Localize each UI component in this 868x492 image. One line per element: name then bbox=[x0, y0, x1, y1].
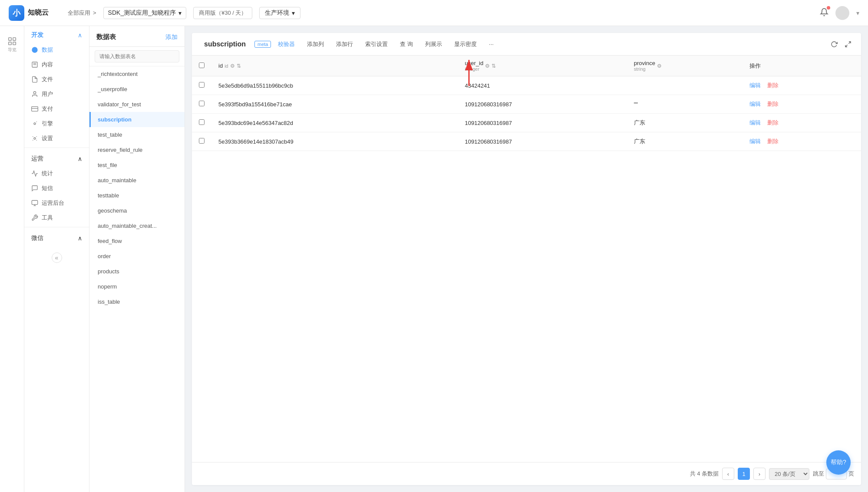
validator-tab[interactable]: 校验器 bbox=[273, 38, 300, 51]
table-item[interactable]: noperm bbox=[89, 279, 185, 294]
row-checkbox[interactable] bbox=[199, 119, 205, 125]
row-checkbox[interactable] bbox=[199, 101, 205, 106]
sidebar-item-user[interactable]: 用户 bbox=[24, 87, 89, 102]
col-user-id-sort-icon[interactable]: ⇅ bbox=[492, 63, 496, 69]
table-sidebar-header: 数据表 添加 bbox=[89, 26, 185, 47]
cell-id: 5e3e5db6d9a15511b96bc9cb bbox=[211, 76, 458, 95]
col-province-label: province bbox=[634, 60, 655, 66]
table-item[interactable]: _richtextcontent bbox=[89, 66, 185, 82]
table-item[interactable]: order bbox=[89, 249, 185, 264]
wechat-section-header: 微信 ∧ bbox=[24, 229, 89, 246]
env-label: 生产环境 bbox=[265, 9, 289, 17]
svg-line-17 bbox=[845, 45, 848, 47]
ops-section-header: 运营 ∧ bbox=[24, 150, 89, 166]
cell-user-id: 109120680316987 bbox=[458, 132, 627, 151]
add-row-btn[interactable]: 添加行 bbox=[331, 38, 358, 51]
table-row: 5e393b3669e14e18307acb49 109120680316987… bbox=[192, 132, 861, 151]
table-item[interactable]: _userprofile bbox=[89, 82, 185, 97]
edit-button[interactable]: 编辑 bbox=[749, 82, 761, 89]
col-header-user-id: user_id integer ⚙ ⇅ bbox=[458, 56, 627, 76]
col-user-id-settings-icon[interactable]: ⚙ bbox=[485, 63, 490, 69]
nav-right: ▾ bbox=[820, 6, 859, 20]
sidebar-item-guide[interactable]: 导览 bbox=[0, 33, 24, 56]
index-settings-btn[interactable]: 索引设置 bbox=[360, 38, 393, 51]
sms-label: 短信 bbox=[42, 184, 53, 192]
breadcrumb-all[interactable]: 全部应用 bbox=[68, 9, 90, 17]
sidebar-item-payment[interactable]: 支付 bbox=[24, 102, 89, 116]
table-item[interactable]: products bbox=[89, 264, 185, 279]
table-item[interactable]: reserve_field_rule bbox=[89, 142, 185, 157]
help-button[interactable]: 帮助? bbox=[826, 450, 851, 475]
delete-button[interactable]: 删除 bbox=[767, 101, 779, 107]
sidebar-item-tools[interactable]: 工具 bbox=[24, 210, 89, 225]
table-item[interactable]: auto_maintable_creat... bbox=[89, 218, 185, 233]
delete-button[interactable]: 删除 bbox=[767, 82, 779, 89]
sidebar-item-content[interactable]: 内容 bbox=[24, 57, 89, 72]
svg-rect-9 bbox=[32, 107, 38, 112]
page-size-select[interactable]: 20 条/页 50 条/页 100 条/页 bbox=[769, 468, 809, 480]
ops-collapse-icon[interactable]: ∧ bbox=[78, 155, 82, 162]
add-table-button[interactable]: 添加 bbox=[165, 33, 178, 41]
app-selector[interactable]: SDK_测试应用_知晓程序 ▾ bbox=[103, 7, 186, 19]
query-btn[interactable]: 查 询 bbox=[395, 38, 418, 51]
sidebar-item-data[interactable]: 数据 bbox=[24, 43, 89, 57]
table-item[interactable]: subscription bbox=[89, 112, 185, 127]
section-collapse-icon[interactable]: ∧ bbox=[78, 32, 82, 39]
engine-label: 引擎 bbox=[42, 120, 53, 128]
cell-province: 广东 bbox=[627, 114, 743, 132]
pagination: 共 4 条数据 ‹ 1 › 20 条/页 50 条/页 100 条/页 跳至 页 bbox=[192, 462, 861, 485]
col-id-settings-icon[interactable]: ⚙ bbox=[230, 63, 235, 69]
data-table: id id ⚙ ⇅ bbox=[192, 56, 861, 151]
table-search-area bbox=[89, 47, 185, 66]
row-checkbox[interactable] bbox=[199, 82, 205, 88]
table-item[interactable]: auto_maintable bbox=[89, 173, 185, 188]
wechat-collapse-icon[interactable]: ∧ bbox=[78, 235, 82, 242]
sidebar-item-stats[interactable]: 统计 bbox=[24, 166, 89, 181]
app-name: 知晓云 bbox=[28, 8, 49, 17]
sidebar-item-file[interactable]: 文件 bbox=[24, 72, 89, 87]
table-item[interactable]: geoschema bbox=[89, 203, 185, 218]
table-item[interactable]: test_file bbox=[89, 157, 185, 173]
col-display-btn[interactable]: 列展示 bbox=[420, 38, 447, 51]
next-page-button[interactable]: › bbox=[753, 468, 766, 480]
meta-badge[interactable]: meta bbox=[254, 41, 271, 48]
delete-button[interactable]: 删除 bbox=[767, 119, 779, 126]
sidebar-item-engine[interactable]: 引擎 bbox=[24, 116, 89, 131]
sidebar-collapse-button[interactable]: « bbox=[52, 253, 62, 263]
table-item[interactable]: test_table bbox=[89, 127, 185, 142]
fullscreen-button[interactable] bbox=[842, 38, 854, 50]
edit-button[interactable]: 编辑 bbox=[749, 119, 761, 126]
table-search-input[interactable] bbox=[95, 50, 179, 62]
more-btn[interactable]: ··· bbox=[484, 38, 499, 50]
select-all-checkbox[interactable] bbox=[199, 62, 205, 68]
row-checkbox[interactable] bbox=[199, 138, 205, 144]
bell-button[interactable] bbox=[820, 8, 828, 18]
density-btn[interactable]: 显示密度 bbox=[449, 38, 482, 51]
prev-page-button[interactable]: ‹ bbox=[722, 468, 734, 480]
svg-rect-2 bbox=[8, 42, 11, 45]
add-col-btn[interactable]: 添加列 bbox=[302, 38, 329, 51]
page-1-button[interactable]: 1 bbox=[738, 468, 750, 480]
col-province-settings-icon[interactable]: ⚙ bbox=[657, 63, 662, 69]
sidebar-item-sms[interactable]: 短信 bbox=[24, 181, 89, 196]
ops-label: 运营 bbox=[31, 155, 43, 163]
table-header-row: id id ⚙ ⇅ bbox=[192, 56, 861, 76]
refresh-button[interactable] bbox=[828, 38, 840, 50]
env-selector[interactable]: 生产环境 ▾ bbox=[259, 7, 300, 19]
table-item[interactable]: iss_table bbox=[89, 294, 185, 309]
payment-label: 支付 bbox=[42, 105, 53, 113]
table-row: 5e393bdc69e14e56347ac82d 109120680316987… bbox=[192, 114, 861, 132]
sidebar-item-ops-console[interactable]: 运营后台 bbox=[24, 196, 89, 210]
delete-button[interactable]: 删除 bbox=[767, 138, 779, 144]
table-item[interactable]: testtable bbox=[89, 188, 185, 203]
table-item[interactable]: validator_for_test bbox=[89, 97, 185, 112]
edit-button[interactable]: 编辑 bbox=[749, 101, 761, 107]
col-id-sort-icon[interactable]: ⇅ bbox=[237, 63, 241, 69]
top-nav: 小 知晓云 全部应用 > SDK_测试应用_知晓程序 ▾ 商用版（¥30 / 天… bbox=[0, 0, 868, 26]
edit-button[interactable]: 编辑 bbox=[749, 138, 761, 144]
sidebar-item-settings[interactable]: 设置 bbox=[24, 131, 89, 146]
data-table-wrapper: id id ⚙ ⇅ bbox=[192, 56, 861, 462]
cell-action: 编辑 删除 bbox=[743, 76, 861, 95]
avatar[interactable] bbox=[835, 6, 849, 20]
table-item[interactable]: feed_flow bbox=[89, 233, 185, 249]
